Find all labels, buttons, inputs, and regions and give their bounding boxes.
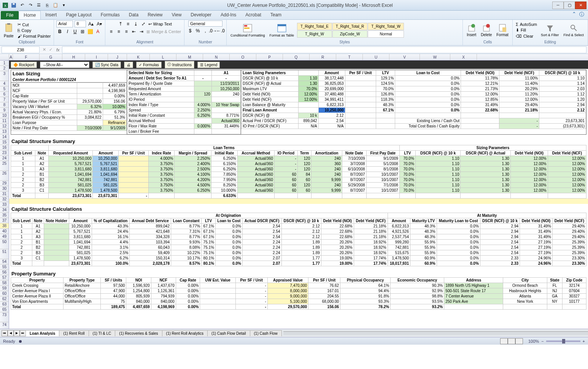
cell[interactable]: 18.92% <box>354 250 388 256</box>
wrap-text-button[interactable]: ↩ Wrap Text <box>148 21 173 27</box>
cell[interactable]: 10/1/2007 <box>366 177 399 183</box>
cell[interactable]: 12.00% <box>298 97 318 102</box>
paste-button[interactable]: Paste <box>2 22 15 39</box>
cell[interactable] <box>35 193 49 199</box>
row-header[interactable]: 3 <box>0 71 9 81</box>
cell[interactable]: Note Date <box>342 151 366 156</box>
cell[interactable]: 1.10 <box>415 183 461 188</box>
cell[interactable]: 9,000,000 <box>267 294 308 299</box>
cell[interactable] <box>194 86 211 92</box>
row-header[interactable]: 24 <box>0 156 9 161</box>
qat-btn[interactable]: 📋 <box>52 2 59 9</box>
cell[interactable]: 0.0% <box>437 234 480 240</box>
cell[interactable]: Physical Occupancy <box>340 278 391 283</box>
cell[interactable]: Per SF / Unit <box>345 70 376 76</box>
cell[interactable]: 4,198,969 <box>103 88 126 94</box>
print-button[interactable]: 🖨 <box>124 62 133 68</box>
cell[interactable]: NJ <box>547 288 563 294</box>
cell[interactable]: 9/1/2009 <box>103 126 126 131</box>
cell[interactable]: 12.00% <box>548 183 586 188</box>
worksheet-tab[interactable]: (1) Cash Flow Detail <box>207 330 250 336</box>
cell[interactable] <box>345 102 376 108</box>
cell[interactable]: 2.94 <box>480 234 520 240</box>
name-box[interactable]: Z38 <box>2 46 40 53</box>
cell[interactable]: 24.96% <box>520 256 553 261</box>
cell[interactable] <box>119 183 149 188</box>
cell[interactable]: 12.00% <box>510 172 548 177</box>
cell[interactable]: Amount <box>388 218 410 224</box>
cell[interactable]: 2 <box>11 245 32 250</box>
cell[interactable]: 48.3% <box>376 102 395 108</box>
cell[interactable]: 8/7/2007 <box>342 172 366 177</box>
cell[interactable]: 1.20 <box>539 97 586 102</box>
ribbon-tab-home[interactable]: Home <box>19 11 41 19</box>
cell[interactable]: Actual/360 <box>237 167 274 172</box>
row-header[interactable]: 74 <box>0 322 9 329</box>
cell[interactable]: 1.30 <box>461 161 510 167</box>
sync-data-button[interactable]: 🔄 Sync Data <box>92 62 121 68</box>
align-center-icon[interactable]: ≡ <box>115 28 122 35</box>
row-header[interactable]: 38 <box>0 223 9 229</box>
cell[interactable]: 120 <box>297 183 311 188</box>
cell[interactable]: 8.57% <box>171 261 201 266</box>
cell[interactable]: 3,811,680 <box>48 167 93 172</box>
cell[interactable]: At Origination <box>69 213 388 218</box>
cell[interactable]: - <box>499 124 539 129</box>
cell[interactable]: 1899 North US Highway 1 <box>444 283 503 288</box>
cell[interactable]: Debt Yield (NOI) <box>242 92 299 97</box>
row-header[interactable]: 9 <box>0 108 9 113</box>
cell[interactable]: 48.3% <box>410 224 437 229</box>
number-format-select[interactable]: General <box>188 21 222 27</box>
cell[interactable]: Amortization <box>311 151 342 156</box>
cell[interactable]: 1.10 <box>415 156 461 161</box>
cell[interactable]: 2.54 <box>480 245 520 250</box>
cell[interactable]: 120 <box>297 161 311 167</box>
cell[interactable]: 12.00% <box>510 183 548 188</box>
cell[interactable]: Property Type <box>64 278 101 283</box>
cell[interactable]: 22.68% <box>321 234 354 240</box>
cell[interactable] <box>119 167 149 172</box>
cell[interactable]: 43.3% <box>92 224 130 229</box>
cell[interactable]: 48.3% <box>410 234 437 240</box>
cell[interactable] <box>237 193 274 199</box>
cell[interactable]: GA <box>547 294 563 299</box>
cell[interactable]: 9/1/2009 <box>366 156 399 161</box>
cell[interactable]: B3 <box>32 250 44 256</box>
cell[interactable] <box>175 193 211 199</box>
cell[interactable]: Maturity LTV <box>410 218 437 224</box>
column-header[interactable]: U <box>363 54 389 60</box>
cell[interactable]: 6.250% <box>175 188 211 193</box>
cell[interactable]: 6/10/2008 <box>342 167 366 172</box>
cell[interactable]: 12.00% <box>548 188 586 193</box>
cell[interactable]: 10,250,000 <box>69 224 92 229</box>
row-header[interactable]: 4 <box>0 81 9 86</box>
cell[interactable]: 7/10/2009 <box>77 126 103 131</box>
fx-cancel-icon[interactable]: ✕ <box>41 47 48 52</box>
cell[interactable] <box>119 156 149 161</box>
column-header[interactable]: P <box>256 54 283 60</box>
cell[interactable]: 3,084,822 <box>77 115 103 120</box>
cell[interactable]: 1,478,500 <box>69 256 92 261</box>
style-cell[interactable]: T_Right_Total_W <box>368 23 404 30</box>
cell[interactable]: 1.77 <box>281 261 321 266</box>
cell[interactable]: Selected Note for Sizing <box>127 70 194 76</box>
minimize-ribbon-icon[interactable]: ⌃ <box>572 11 576 18</box>
cell[interactable]: 5,767,521 <box>93 161 119 167</box>
cell[interactable]: 10/1/2007 <box>366 172 399 177</box>
fx-confirm-icon[interactable]: ✓ <box>48 47 54 52</box>
cell[interactable]: 1.10 <box>539 76 586 81</box>
cell[interactable]: 76.62 <box>308 283 340 288</box>
tab-nav-first[interactable]: ⏮ <box>2 330 8 336</box>
cell[interactable]: NOI <box>11 83 77 88</box>
cell[interactable]: 23,673,301 <box>69 261 92 266</box>
cell[interactable]: LTV <box>399 151 415 156</box>
cell[interactable]: Office/Office <box>64 288 101 294</box>
cell[interactable]: 2 <box>11 177 35 183</box>
cell[interactable]: % of Capitalization <box>92 218 130 224</box>
cell[interactable]: 120 <box>194 92 211 97</box>
cell[interactable]: 6,822,313 <box>388 224 410 229</box>
cell[interactable]: 2.12 <box>318 113 345 118</box>
cell[interactable] <box>345 97 376 102</box>
cell[interactable]: 10177 <box>562 299 586 304</box>
ribbon-tab-view[interactable]: View <box>167 11 186 19</box>
